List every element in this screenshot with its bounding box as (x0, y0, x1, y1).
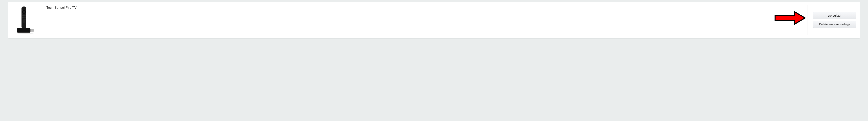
device-card: Tech Sensei Fire TV Deregister Delete vo… (8, 2, 860, 38)
device-thumbnail (12, 5, 39, 34)
svg-point-5 (23, 15, 25, 16)
svg-point-4 (22, 15, 23, 16)
svg-rect-14 (30, 29, 31, 32)
device-actions: Deregister Delete voice recordings (807, 5, 856, 35)
svg-point-1 (24, 8, 24, 8)
callout-arrow-icon (774, 10, 806, 26)
svg-rect-12 (17, 28, 30, 33)
svg-point-15 (17, 33, 34, 34)
svg-rect-10 (23, 19, 25, 23)
delete-voice-recordings-button[interactable]: Delete voice recordings (813, 21, 856, 28)
device-info: Tech Sensei Fire TV (39, 5, 807, 10)
svg-point-11 (25, 19, 26, 20)
svg-point-9 (25, 17, 26, 18)
deregister-button[interactable]: Deregister (813, 12, 856, 19)
svg-point-7 (22, 17, 23, 18)
svg-point-8 (23, 17, 25, 18)
svg-point-6 (25, 15, 26, 16)
fire-tv-stick-icon (16, 6, 35, 34)
svg-point-3 (23, 11, 25, 13)
device-name: Tech Sensei Fire TV (46, 6, 807, 10)
